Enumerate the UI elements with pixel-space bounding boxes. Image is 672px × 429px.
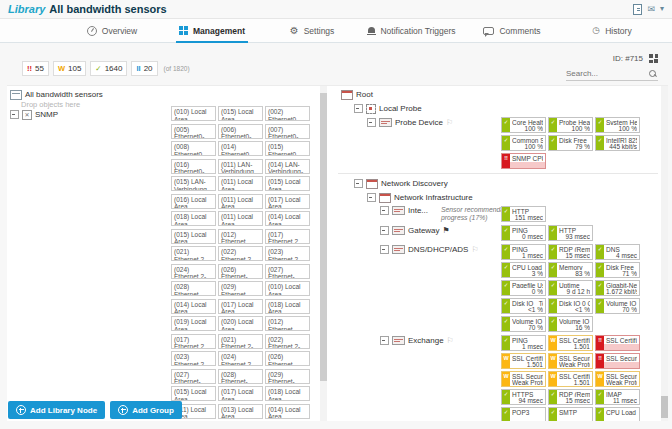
collapse-expander-icon[interactable]: [367, 118, 376, 127]
collapse-expander-icon[interactable]: [380, 206, 389, 215]
sensor-chip-common-s[interactable]: ✓Common S...100 %: [501, 135, 546, 151]
library-item[interactable]: (015) Ethernet0-QoS Packet: [265, 141, 310, 156]
library-item[interactable]: (023) Ethernet 2-WFP 802.3: [171, 351, 216, 366]
tab-settings[interactable]: ⚙Settings: [262, 19, 362, 42]
tab-history[interactable]: ◷History: [562, 19, 662, 42]
tree-row-local-probe[interactable]: Local Probe: [338, 103, 658, 114]
library-item[interactable]: (021) Ethernet 2-Network: [218, 334, 263, 349]
library-item[interactable]: (018) Local Area: [171, 211, 216, 226]
library-item[interactable]: (026) Ethernet-Network: [265, 351, 310, 366]
caret-down-icon[interactable]: ▾: [660, 5, 664, 13]
library-item[interactable]: (023) Ethernet 2-WFP 802.3: [265, 246, 310, 261]
sensor-chip-ssl-securi[interactable]: WSSL Securi...Weak Proto...: [548, 353, 593, 369]
collapse-expander-icon[interactable]: [380, 245, 389, 254]
library-item[interactable]: (015) Local Area: [218, 106, 263, 121]
library-item[interactable]: (024) Ethernet 2-WFP Native: [171, 264, 216, 279]
library-item[interactable]: (005) Ethernet0-WFP Native: [171, 124, 216, 139]
library-item[interactable]: (011) Local Area: [218, 194, 263, 209]
library-item[interactable]: (015) Local Area: [171, 386, 216, 401]
left-scrollbar-thumb[interactable]: [320, 93, 327, 381]
library-item[interactable]: (010) Local Area: [171, 106, 216, 121]
library-item[interactable]: (002) Ethernet0 Traffic: [265, 106, 310, 121]
sensor-chip-imap[interactable]: ✓IMAP11 msec: [595, 389, 640, 405]
library-item[interactable]: (014) LAN-Verbindung-QoS: [265, 159, 310, 174]
right-scrollbar-thumb[interactable]: [661, 396, 668, 418]
sensor-chip-disk-io-0-c[interactable]: ✓Disk IO 0 C:<1 %: [548, 298, 593, 314]
sensor-chip-pop3[interactable]: ✓POP3: [501, 407, 546, 421]
sensor-chip-gigabit-net[interactable]: ✓Gigabit-Net...1,672 kbit/s: [595, 280, 640, 296]
sensor-chip-intel-r-825[interactable]: ✓Intel[R] 825...445 kbit/s: [595, 135, 640, 151]
library-item[interactable]: (015) Local Area: [171, 229, 216, 244]
library-item[interactable]: (018) Local Area: [265, 299, 310, 314]
library-item[interactable]: (011) Local Area: [218, 211, 263, 226]
library-item[interactable]: (012) Ethernet Traffic: [218, 229, 263, 244]
add-library-node-button[interactable]: Add Library Node: [8, 401, 105, 419]
library-item[interactable]: (014) Local Area: [265, 404, 310, 419]
library-item[interactable]: (027) Ethernet-QoS Packet: [171, 369, 216, 384]
library-item[interactable]: (017) Ethernet 2 Traffic: [265, 229, 310, 244]
library-item[interactable]: (021) Ethernet 2-Network: [171, 246, 216, 261]
sensor-chip-volume-io[interactable]: ✓Volume IO ...16 %: [548, 316, 593, 332]
library-item[interactable]: (010) Local Area: [265, 281, 310, 296]
sensor-chip-ssl-securi[interactable]: !!SSL Securi...: [595, 353, 640, 369]
status-badge-up[interactable]: ✓1640: [90, 61, 127, 76]
library-item[interactable]: (014) Local Area: [265, 211, 310, 226]
sensor-chip-ping[interactable]: ✓PING1 msec: [501, 244, 546, 260]
library-item[interactable]: (014) Local Area: [171, 299, 216, 314]
new-document-icon[interactable]: [633, 4, 642, 15]
library-item[interactable]: (015) LAN-Verbindung-: [171, 176, 216, 191]
collapse-expander-icon[interactable]: [10, 110, 19, 119]
sensor-chip-http[interactable]: ✓HTTP93 msec: [548, 225, 593, 241]
library-item[interactable]: (029) Ethernet-WFP Native: [265, 369, 310, 384]
left-panel-scrollbar[interactable]: [320, 86, 327, 421]
library-item[interactable]: (006) Ethernet0-QoS Packet: [218, 124, 263, 139]
sensor-chip-probe-heal[interactable]: ✓Probe Heal...100 %: [548, 117, 593, 133]
library-item[interactable]: (024) Ethernet 2-WFP Native: [218, 351, 263, 366]
library-item[interactable]: (028) Ethernet-WFP 802.3: [218, 369, 263, 384]
sensor-chip-disk-free[interactable]: ✓Disk Free79 %: [548, 135, 593, 151]
library-node-snmp[interactable]: SNMP: [10, 110, 103, 119]
sensor-chip-ssl-certifi[interactable]: WSSL Certifi...1,501: [501, 353, 546, 369]
tree-row-network-discovery[interactable]: Network Discovery: [338, 178, 658, 189]
library-item[interactable]: (008) Ethernet0 Traffic: [171, 141, 216, 156]
library-item[interactable]: (015) Local Area: [265, 176, 310, 191]
tab-notification-triggers[interactable]: Notification Triggers: [362, 19, 462, 42]
library-item[interactable]: (028) Ethernet-WFP 802.3: [171, 281, 216, 296]
sensor-chip-http[interactable]: ✓HTTP151 msec: [501, 206, 546, 222]
sensor-chip-ssl-certifi[interactable]: !!SSL Certifi...: [595, 335, 640, 351]
sensor-chip-system-he[interactable]: ✓System He...100 %: [595, 117, 640, 133]
sensor-chip-snmp-cpu[interactable]: !!SNMP CPU...: [501, 153, 546, 169]
flag-icon[interactable]: ⚐: [471, 246, 478, 254]
sensor-chip-ping[interactable]: ✓PING0 msec: [501, 225, 546, 241]
library-item[interactable]: (022) Ethernet 2-QoS Packet: [218, 246, 263, 261]
library-item[interactable]: (012) Ethernet Traffic: [265, 316, 310, 331]
library-item[interactable]: (011) Local Area: [218, 176, 263, 191]
status-badge-paused[interactable]: II20: [131, 61, 157, 76]
sensor-chip-ssl-certifi[interactable]: WSSL Certifi...1,501: [548, 335, 593, 351]
sensor-chip-disk-free[interactable]: ✓Disk Free71 %: [595, 262, 640, 278]
sensor-chip-ssl-certifi[interactable]: WSSL Certifi...1,501: [548, 371, 593, 387]
library-item[interactable]: (013) Local Area: [218, 404, 263, 419]
search-input[interactable]: [566, 69, 646, 78]
sensor-chip-ping[interactable]: ✓PING1 msec: [501, 335, 546, 351]
flag-icon[interactable]: ⚐: [446, 119, 453, 127]
mail-icon[interactable]: ✉: [647, 5, 655, 14]
flag-icon[interactable]: ⚐: [447, 337, 454, 345]
sensor-chip-volume-io[interactable]: ✓Volume IO ...70 %: [595, 298, 640, 314]
qr-code-icon[interactable]: [649, 54, 658, 63]
sensor-chip-volume-io[interactable]: ✓Volume IO ...70 %: [501, 316, 546, 332]
tab-management[interactable]: Management: [162, 19, 262, 42]
library-item[interactable]: (014) Ethernet0-WFP Native: [218, 141, 263, 156]
library-item[interactable]: (019) Local Area: [171, 316, 216, 331]
sensor-chip-pagefile-us[interactable]: ✓Pagefile Us...0 %: [501, 280, 546, 296]
sensor-chip-ssl-securi[interactable]: WSSL Securi...Weak Proto...: [501, 371, 546, 387]
drop-hint[interactable]: Drop objects here: [10, 100, 103, 109]
collapse-expander-icon[interactable]: [354, 179, 363, 188]
library-item[interactable]: (016) Local Area: [171, 194, 216, 209]
search-icon[interactable]: [649, 70, 656, 77]
status-badge-warning[interactable]: W105: [53, 61, 86, 76]
flag-icon[interactable]: ⚑: [443, 227, 450, 235]
library-item[interactable]: (017) Local Area: [218, 299, 263, 314]
status-badge-down[interactable]: !!55: [22, 61, 49, 76]
tab-overview[interactable]: Overview: [62, 19, 162, 42]
